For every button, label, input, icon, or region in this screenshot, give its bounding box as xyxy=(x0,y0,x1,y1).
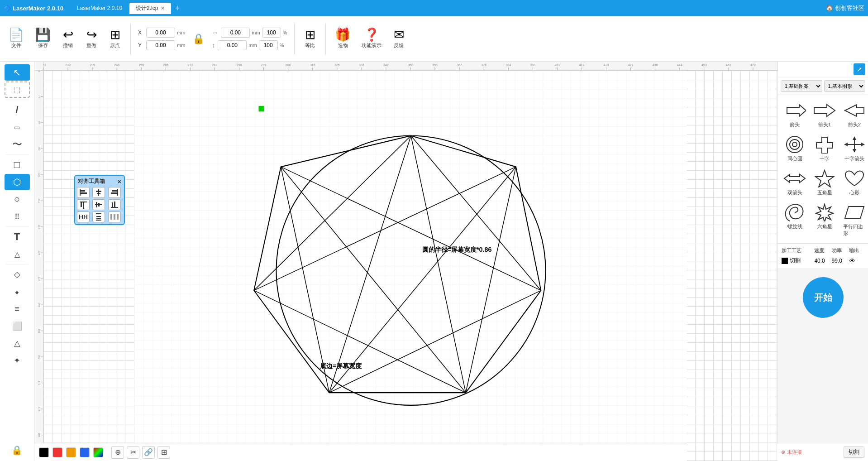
link-btn[interactable]: 🔗 xyxy=(142,446,155,459)
align-left-btn[interactable] xyxy=(77,187,90,198)
align-middle-btn[interactable] xyxy=(92,199,105,210)
dist-h-btn[interactable] xyxy=(77,211,90,222)
arrow3-label: 箭头2 xyxy=(848,121,861,128)
tool-rect[interactable]: □ xyxy=(5,157,30,173)
community-icon: 🏠 xyxy=(826,5,833,11)
svg-text:162: 162 xyxy=(38,355,41,360)
merge-btn[interactable]: ⊕ xyxy=(111,446,124,459)
redo-button[interactable]: ↪ 重做 xyxy=(81,27,101,51)
height-pct-input[interactable] xyxy=(259,40,278,50)
save-button[interactable]: 💾 保存 xyxy=(31,27,54,51)
color-gradient[interactable] xyxy=(93,447,103,457)
svg-marker-136 xyxy=(844,143,848,146)
svg-text:461: 461 xyxy=(726,63,731,67)
ruler-corner xyxy=(34,62,43,71)
double-arrow-icon xyxy=(783,169,806,187)
shape-parallelogram[interactable]: 平行四边形 xyxy=(841,202,868,239)
color-orange[interactable] xyxy=(66,447,76,457)
process-col-type: 加工工艺 xyxy=(782,247,812,254)
tab-bar: LaserMaker 2.0.10 设计2.lcp ✕ + xyxy=(71,3,826,14)
align-toolbox-header: 对齐工具箱 × xyxy=(77,178,122,185)
category2-select[interactable]: 1.基本图形 xyxy=(824,80,866,92)
category1-select[interactable]: 1.基础图案 xyxy=(781,80,822,92)
tool-shapes[interactable]: ⬜ xyxy=(5,318,30,334)
cut-button[interactable]: 切割 xyxy=(844,447,864,458)
demo-button[interactable]: ❓ 功能演示 xyxy=(358,27,385,51)
canvas-area[interactable]: 2222302392482562652732822902993083163253… xyxy=(34,62,777,461)
y-unit: mm xyxy=(177,43,185,48)
tool-wave[interactable]: 〜 xyxy=(5,136,30,153)
left-sidebar: ↖ ⬚ / ▭ 〜 □ ⬡ ○ ⠿ T △ ◇ ⬥ ≡ ⬜ △ ✦ 🔒 xyxy=(0,62,34,461)
tab-lasermake[interactable]: LaserMaker 2.0.10 xyxy=(71,3,129,14)
svg-marker-138 xyxy=(784,174,805,182)
color-red[interactable] xyxy=(52,447,62,457)
tool-polygon[interactable]: ⬡ xyxy=(5,174,30,190)
double-arrow-label: 双箭头 xyxy=(787,189,802,196)
object-button[interactable]: 🎁 造物 xyxy=(331,27,354,51)
crop-btn[interactable]: ✂ xyxy=(127,446,139,459)
feedback-button[interactable]: ✉ 反馈 xyxy=(389,27,409,51)
shape-cross-arrow[interactable]: 十字箭头 xyxy=(841,134,868,164)
svg-marker-135 xyxy=(853,149,856,153)
process-col-speed: 速度 xyxy=(814,247,830,254)
width-input[interactable] xyxy=(221,28,250,38)
tool-brush[interactable]: ▭ xyxy=(5,119,30,135)
design-canvas[interactable]: 圆的半径=屏幕宽度*0.86 底边=屏幕宽度 xyxy=(43,71,777,461)
color-blue[interactable] xyxy=(80,447,90,457)
process-panel: 加工工艺 速度 功率 输出 切割 40.0 99.0 👁 xyxy=(778,243,868,268)
tool-ellipse[interactable]: ○ xyxy=(5,191,30,207)
tool-text[interactable]: T xyxy=(5,229,30,245)
align-toolbox-close[interactable]: × xyxy=(118,178,121,185)
x-input[interactable] xyxy=(146,28,175,38)
shape-arrow2[interactable]: 箭头1 xyxy=(811,100,838,130)
color-black[interactable] xyxy=(39,447,49,457)
tool-measure2[interactable]: △ xyxy=(5,335,30,351)
shape-circle[interactable]: 同心圆 xyxy=(782,134,808,164)
tab-close-button[interactable]: ✕ xyxy=(161,5,165,11)
svg-text:171: 171 xyxy=(38,381,41,386)
svg-rect-93 xyxy=(134,71,687,461)
tool-dots[interactable]: ⠿ xyxy=(5,208,30,225)
lock-canvas-btn[interactable]: 🔒 xyxy=(5,442,30,458)
ruler-vertical: 6976849010211111912813714515316217117918… xyxy=(34,71,43,461)
process-visibility-btn[interactable]: 👁 xyxy=(849,257,864,264)
origin-button[interactable]: ⊞ 原点 xyxy=(105,27,125,51)
svg-text:248: 248 xyxy=(114,63,119,67)
dist-v-btn[interactable] xyxy=(92,211,105,222)
bottom-bar: ⊕ ✂ 🔗 ⊞ xyxy=(34,443,687,461)
align-center-h-btn[interactable] xyxy=(92,187,105,198)
equal-button[interactable]: ⊞ 等比 xyxy=(300,27,320,51)
lock-icon[interactable]: 🔒 xyxy=(191,33,206,45)
tool-eraser[interactable]: ◇ xyxy=(5,266,30,283)
undo-button[interactable]: ↩ 撤销 xyxy=(58,27,78,51)
shape-spiral[interactable]: 螺旋线 xyxy=(782,202,808,239)
tab-add-button[interactable]: + xyxy=(172,3,182,14)
tool-measure[interactable]: △ xyxy=(5,246,30,262)
shape-arrow3[interactable]: 箭头2 xyxy=(841,100,868,130)
align-right-btn[interactable] xyxy=(108,187,121,198)
align-top-btn[interactable] xyxy=(77,199,90,210)
shape-cross[interactable]: 十字 xyxy=(811,134,838,164)
align-bottom-btn[interactable] xyxy=(108,199,121,210)
tool-layers[interactable]: ≡ xyxy=(5,301,30,317)
y-input[interactable] xyxy=(146,40,175,50)
tool-select-box[interactable]: ⬚ xyxy=(5,82,30,98)
tool-select[interactable]: ↖ xyxy=(5,64,30,81)
tool-custom[interactable]: ✦ xyxy=(5,352,30,369)
width-pct-input[interactable] xyxy=(262,28,281,38)
tool-fill[interactable]: ⬥ xyxy=(5,283,30,300)
export-button[interactable]: ↗ xyxy=(854,63,865,75)
height-input[interactable] xyxy=(218,40,247,50)
start-button[interactable]: 开始 xyxy=(803,277,844,318)
shape-arrow1[interactable]: 箭头 xyxy=(782,100,808,130)
file-button[interactable]: 📄 文件 xyxy=(5,27,28,51)
dist-equal-btn[interactable] xyxy=(108,211,121,222)
tool-line[interactable]: / xyxy=(5,102,30,118)
grid-btn[interactable]: ⊞ xyxy=(157,446,170,459)
shape-double-arrow[interactable]: 双箭头 xyxy=(782,168,808,198)
shape-star5[interactable]: 五角星 xyxy=(811,168,838,198)
tab-design[interactable]: 设计2.lcp ✕ xyxy=(129,3,171,14)
shape-heart[interactable]: 心形 xyxy=(841,168,868,198)
svg-marker-131 xyxy=(816,137,833,154)
shape-star6[interactable]: 六角星 xyxy=(811,202,838,239)
